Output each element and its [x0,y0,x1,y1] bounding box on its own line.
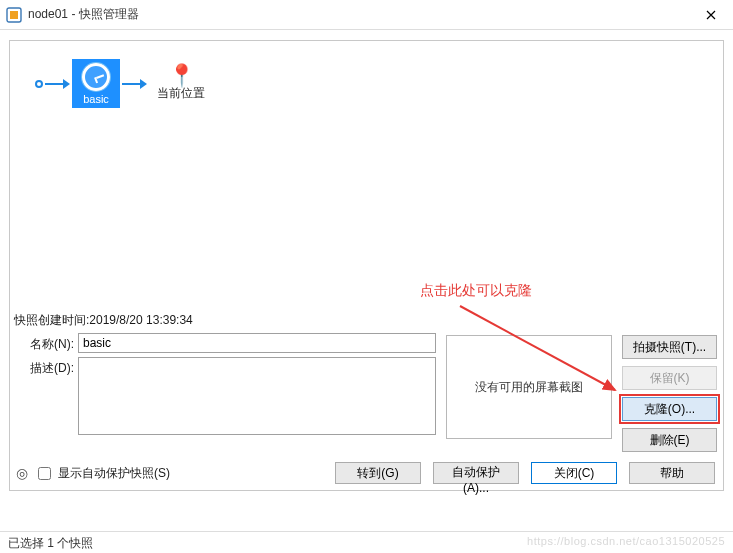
take-snapshot-button[interactable]: 拍摄快照(T)... [622,335,717,359]
auto-protect-button[interactable]: 自动保护(A)... [433,462,519,484]
close-button[interactable] [689,0,733,30]
titlebar: node01 - 快照管理器 [0,0,733,30]
you-are-here-marker[interactable]: 📍 当前位置 [157,65,205,102]
desc-label: 描述(D): [14,357,74,377]
help-button[interactable]: 帮助 [629,462,715,484]
close-icon [706,10,716,20]
arrow-icon [45,79,70,89]
snapshot-created-time: 快照创建时间:2019/8/20 13:39:34 [10,310,723,333]
pin-icon: 📍 [157,65,205,87]
snapshot-node-label: basic [72,93,120,105]
watermark-text: https://blog.csdn.net/cao1315020525 [527,535,725,550]
status-text: 已选择 1 个快照 [8,535,93,550]
clone-highlight-box: 克隆(O)... [619,394,720,424]
snapshot-path: basic 📍 当前位置 [35,59,723,108]
detail-form: 名称(N): 描述(D): [14,333,436,452]
arrow-icon [122,79,147,89]
desc-input[interactable] [78,357,436,435]
screenshot-thumbnail: 没有可用的屏幕截图 [446,335,612,439]
show-auto-protect-checkbox[interactable]: 显示自动保护快照(S) [34,464,170,483]
show-auto-protect-label: 显示自动保护快照(S) [58,465,170,482]
goto-button[interactable]: 转到(G) [335,462,421,484]
close-dialog-button[interactable]: 关闭(C) [531,462,617,484]
svg-rect-1 [10,11,18,19]
clock-icon [82,63,110,91]
statusbar: 已选择 1 个快照 https://blog.csdn.net/cao13150… [0,531,733,553]
name-input[interactable] [78,333,436,353]
show-auto-protect-input[interactable] [38,467,51,480]
bottom-toolbar: ◎ 显示自动保护快照(S) 转到(G) 自动保护(A)... 关闭(C) 帮助 [10,458,723,490]
gear-icon[interactable]: ◎ [16,465,28,481]
keep-button: 保留(K) [622,366,717,390]
vmware-app-icon [6,7,22,23]
delete-button[interactable]: 删除(E) [622,428,717,452]
thumbnail-empty-text: 没有可用的屏幕截图 [475,379,583,396]
main-panel: basic 📍 当前位置 快照创建时间:2019/8/20 13:39:34 名… [9,40,724,491]
detail-zone: 名称(N): 描述(D): 没有可用的屏幕截图 拍摄快照(T)... 保留(K)… [10,333,723,458]
window-title: node01 - 快照管理器 [28,6,689,23]
name-label: 名称(N): [14,333,74,353]
snapshot-action-buttons: 拍摄快照(T)... 保留(K) 克隆(O)... 删除(E) [622,335,717,452]
you-are-here-label: 当前位置 [157,85,205,102]
snapshot-tree[interactable]: basic 📍 当前位置 [10,41,723,310]
root-node-icon [35,80,43,88]
clone-button[interactable]: 克隆(O)... [622,397,717,421]
snapshot-node-basic[interactable]: basic [72,59,120,108]
